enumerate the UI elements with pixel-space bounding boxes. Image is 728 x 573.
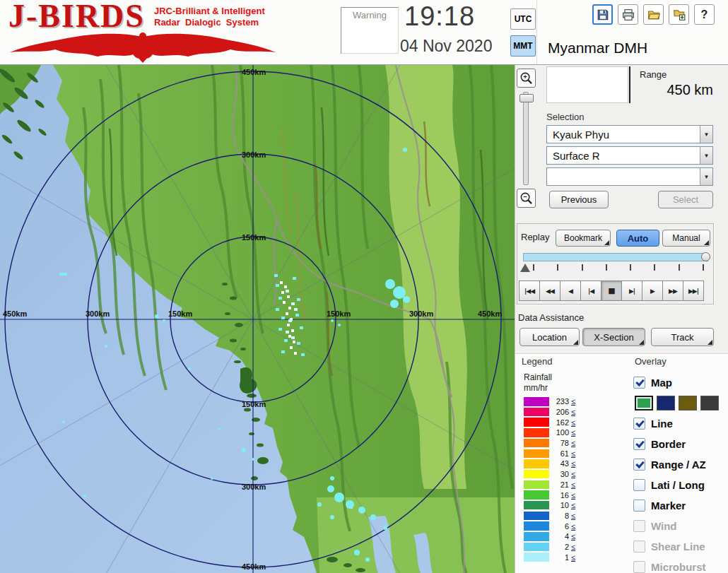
map-color-option[interactable] xyxy=(700,396,719,410)
clock-time: 19:18 xyxy=(404,1,475,32)
zoom-out-button[interactable]: − xyxy=(517,189,536,208)
clock-date: 04 Nov 2020 xyxy=(400,37,492,56)
timeline-tick xyxy=(630,264,631,271)
checkbox xyxy=(633,520,645,532)
range-value: 450 km xyxy=(634,82,713,98)
x-section-button[interactable]: X-Section xyxy=(582,328,645,346)
playback-skip-end-button[interactable]: ▶▶| xyxy=(683,280,704,301)
map-color-swatches xyxy=(633,393,728,413)
chevron-down-icon[interactable]: ▼ xyxy=(700,168,712,185)
location-button[interactable]: Location xyxy=(519,328,580,346)
playback-step-back-button[interactable]: |◀ xyxy=(580,280,601,301)
warning-list-box[interactable]: Warning xyxy=(341,7,399,54)
legend-row: 43≤ xyxy=(524,459,575,469)
magnifier-plus-icon: + xyxy=(519,71,533,85)
utc-toggle-button[interactable]: UTC xyxy=(510,8,536,30)
legend-color-swatch xyxy=(524,418,549,427)
playback-fast-forward-button[interactable]: ▶▶ xyxy=(662,280,683,301)
legend-row: 206≤ xyxy=(524,407,575,418)
range-ring-label: 300km xyxy=(86,309,110,318)
bookmark-button[interactable]: Bookmark xyxy=(556,230,611,247)
range-ring-label: 450km xyxy=(3,309,27,318)
legend-unit-line1: Rainfall xyxy=(524,372,552,383)
legend-row: 30≤ xyxy=(524,469,575,480)
radar-map[interactable]: 450km300km150km150km300km450km450km300km… xyxy=(0,65,515,573)
print-button[interactable] xyxy=(618,4,638,25)
mmt-toggle-button[interactable]: MMT xyxy=(510,35,536,57)
chevron-down-icon[interactable]: ▼ xyxy=(700,147,712,164)
legend-row: 4≤ xyxy=(524,531,575,542)
legend-scale: 233≤206≤162≤100≤78≤61≤43≤30≤21≤16≤10≤8≤6… xyxy=(524,396,575,562)
save-button[interactable] xyxy=(592,4,613,25)
zoom-in-button[interactable]: + xyxy=(517,69,536,88)
open-folder-icon xyxy=(647,8,660,21)
overlay-item-border[interactable]: Border xyxy=(633,434,728,454)
timeline-tick xyxy=(703,264,704,271)
timeline-track[interactable] xyxy=(523,253,708,261)
overlay-item-shear-line: Shear Line xyxy=(633,536,728,557)
legend-value: 61 xyxy=(549,449,569,458)
map-color-option[interactable] xyxy=(635,396,653,410)
manual-button[interactable]: Manual xyxy=(662,230,710,247)
open-folder-button[interactable] xyxy=(643,4,664,25)
app-logo-title: J-BIRDS xyxy=(8,0,145,35)
checkbox[interactable] xyxy=(633,479,645,491)
playback-rewind-button[interactable]: ◀◀ xyxy=(539,280,560,301)
legend-color-swatch xyxy=(524,480,549,490)
overlay-item-lati-long[interactable]: Lati / Long xyxy=(633,475,728,495)
legend-color-swatch xyxy=(524,408,549,417)
overlay-item-line[interactable]: Line xyxy=(633,413,728,434)
legend-row: 8≤ xyxy=(524,511,575,521)
help-button[interactable]: ? xyxy=(694,4,715,25)
replay-group: Replay Bookmark Auto Manual |◀◀◀◀◀|◀■▶|▶… xyxy=(517,223,714,305)
legend-row: 2≤ xyxy=(524,542,575,553)
zoom-slider-thumb[interactable] xyxy=(519,94,534,102)
auto-button[interactable]: Auto xyxy=(616,230,659,247)
checkbox[interactable] xyxy=(633,438,645,450)
overlay-item-marker[interactable]: Marker xyxy=(633,495,728,516)
map-color-option[interactable] xyxy=(679,396,697,410)
checkbox[interactable] xyxy=(633,418,645,430)
playback-skip-start-button[interactable]: |◀◀ xyxy=(519,280,540,301)
overlay-label: Border xyxy=(651,438,686,450)
checkbox[interactable] xyxy=(633,459,645,471)
checkbox[interactable] xyxy=(633,500,645,512)
product-dropdown[interactable]: Surface R ▼ xyxy=(546,146,713,165)
playback-step-forward-button[interactable]: ▶| xyxy=(621,280,642,301)
range-ring-label: 450km xyxy=(242,562,266,571)
overlay-item-range-az[interactable]: Range / AZ xyxy=(633,454,728,475)
overlay-label: Range / AZ xyxy=(651,459,706,471)
timeline-thumb[interactable] xyxy=(701,252,710,261)
header-divider xyxy=(536,0,537,64)
overlay-item-wind: Wind xyxy=(633,516,728,536)
legend-value: 4 xyxy=(549,532,569,540)
legend-color-swatch xyxy=(524,532,549,541)
radar-map-area[interactable]: 450km300km150km150km300km450km450km300km… xyxy=(0,65,515,573)
zoom-slider[interactable] xyxy=(523,92,529,185)
legend-value: 162 xyxy=(549,418,569,427)
legend-overlay-section: Legend Rainfall mm/hr 233≤206≤162≤100≤78… xyxy=(515,353,728,573)
site-dropdown[interactable]: Kyauk Phyu ▼ xyxy=(546,125,713,143)
control-panel: + − Range 450 km Selection Kyauk Phyu ▼ … xyxy=(515,65,728,573)
previous-button[interactable]: Previous xyxy=(549,191,609,208)
map-color-option[interactable] xyxy=(657,396,675,410)
track-button[interactable]: Track xyxy=(651,328,714,346)
legend-value: 30 xyxy=(549,470,569,478)
legend-color-swatch xyxy=(524,501,549,510)
selection-label: Selection xyxy=(546,112,584,122)
overlay-checkbox-list: MapLineBorderRange / AZLati / LongMarker… xyxy=(633,372,728,573)
overlay-item-map[interactable]: Map xyxy=(633,372,728,393)
checkbox[interactable] xyxy=(633,377,645,389)
overlay-label: Map xyxy=(651,377,672,389)
playback-play-button[interactable]: ▶ xyxy=(642,280,663,301)
timeline-tick xyxy=(582,264,583,271)
timeline-position-marker[interactable] xyxy=(520,264,530,272)
export-image-button[interactable] xyxy=(669,4,689,25)
chevron-down-icon[interactable]: ▼ xyxy=(700,126,712,143)
playback-stop-button[interactable]: ■ xyxy=(601,280,622,301)
range-ring-label: 450km xyxy=(478,309,502,318)
legend-value: 100 xyxy=(549,428,569,437)
timeline-tick xyxy=(533,264,534,271)
playback-play-back-button[interactable]: ◀ xyxy=(560,280,581,301)
extra-dropdown[interactable]: ▼ xyxy=(546,167,713,186)
